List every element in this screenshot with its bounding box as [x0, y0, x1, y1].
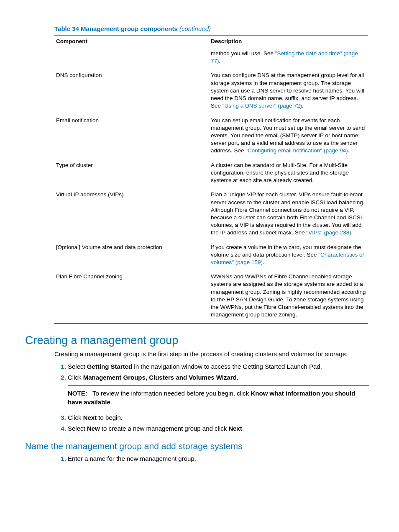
component-cell	[54, 47, 209, 69]
cross-reference-link[interactable]: "Setting the date and time" (page 77)	[211, 50, 358, 64]
cross-reference-link[interactable]: "Using a DNS server" (page 72)	[223, 103, 302, 109]
component-cell: DNS configuration	[54, 69, 209, 114]
description-cell: If you create a volume in the wizard, yo…	[209, 241, 368, 271]
cross-reference-link[interactable]: "Characteristics of volumes" (page 159)	[211, 252, 364, 265]
section-heading-name: Name the management group and add storag…	[25, 441, 374, 451]
step-1: Select Getting Started in the navigation…	[68, 362, 374, 372]
step-3: Click Next to begin.	[68, 413, 374, 423]
table-row: [Optional] Volume size and data protecti…	[54, 241, 368, 271]
components-table: Component Description method you will us…	[54, 35, 368, 324]
component-cell: Virtual IP addresses (VIPs)	[54, 188, 209, 241]
note-label: NOTE:	[68, 390, 87, 397]
table-header-description: Description	[209, 35, 368, 47]
table-row: Email notificationYou can set up email n…	[54, 114, 368, 159]
table-caption: Table 34 Management group components (co…	[54, 25, 374, 32]
table-row: method you will use. See "Setting the da…	[54, 47, 368, 69]
section-heading-creating: Creating a management group	[25, 334, 374, 347]
cross-reference-link[interactable]: "Configuring email notification" (page 9…	[246, 147, 348, 154]
table-header-component: Component	[54, 35, 209, 47]
table-row: Type of clusterA cluster can be standard…	[54, 159, 368, 189]
table-title-continued: (continued)	[178, 25, 211, 32]
steps-list-2: Enter a name for the new management grou…	[54, 454, 374, 464]
description-cell: A cluster can be standard or Multi-Site.…	[209, 159, 368, 189]
note-box: NOTE: To review the information needed b…	[68, 385, 369, 410]
component-cell: Type of cluster	[54, 159, 209, 189]
table-title-text: Table 34 Management group components	[54, 25, 178, 32]
steps-list-1: Select Getting Started in the navigation…	[54, 362, 374, 383]
steps-list-1b: Click Next to begin. Select New to creat…	[54, 413, 374, 434]
table-row: DNS configurationYou can configure DNS a…	[54, 69, 368, 114]
intro-paragraph: Creating a management group is the first…	[54, 350, 374, 358]
description-cell: WWNNs and WWPNs of Fibre Channel-enabled…	[209, 270, 368, 323]
component-cell: Email notification	[54, 114, 209, 159]
description-cell: You can configure DNS at the management …	[209, 69, 368, 114]
step-2: Click Management Groups, Clusters and Vo…	[68, 373, 374, 383]
description-cell: You can set up email notification for ev…	[209, 114, 368, 159]
step-4: Select New to create a new management gr…	[68, 424, 374, 434]
description-cell: Plan a unique VIP for each cluster. VIPs…	[209, 188, 368, 241]
cross-reference-link[interactable]: "VIPs" (page 238)	[307, 229, 351, 236]
table-row: Virtual IP addresses (VIPs)Plan a unique…	[54, 188, 368, 241]
table-row: Plan Fibre Channel zoningWWNNs and WWPNs…	[54, 270, 368, 323]
description-cell: method you will use. See "Setting the da…	[209, 47, 368, 69]
component-cell: [Optional] Volume size and data protecti…	[54, 241, 209, 271]
component-cell: Plan Fibre Channel zoning	[54, 270, 209, 323]
step-name-1: Enter a name for the new management grou…	[68, 454, 374, 464]
